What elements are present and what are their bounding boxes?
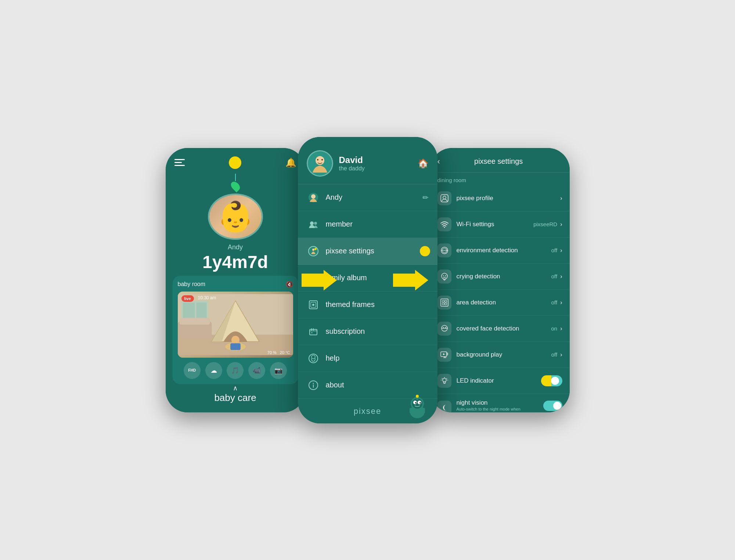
menu-icon-member: [307, 218, 320, 231]
phone-1-baby-room: 🔔 👶 Andy 1y4m7d: [166, 148, 305, 412]
home-icon[interactable]: 🏠: [418, 158, 429, 169]
bell-icon[interactable]: 🔔: [285, 158, 296, 168]
setting-icon-background-play: [437, 348, 451, 362]
svg-rect-67: [445, 303, 447, 305]
svg-rect-63: [441, 299, 448, 306]
menu-icon-subscription: [307, 325, 320, 338]
svg-point-40: [313, 383, 314, 384]
setting-icon-led: [437, 374, 451, 388]
music-btn[interactable]: 🎵: [227, 362, 244, 379]
user-role: the daddy: [339, 165, 365, 172]
svg-point-38: [311, 355, 315, 359]
setting-covered-face[interactable]: covered face detection on ›: [430, 316, 570, 342]
setting-icon-pixsee-profile: [437, 191, 451, 205]
menu-item-member[interactable]: member: [298, 211, 437, 238]
svg-point-71: [445, 327, 446, 328]
menu-item-pixsee-settings[interactable]: pixsee settings: [298, 238, 437, 265]
cloud-btn[interactable]: ☁: [205, 362, 222, 379]
chevron-icon-environment: ›: [560, 247, 562, 254]
arrow-1: [302, 270, 337, 290]
svg-point-75: [443, 378, 446, 382]
svg-point-50: [419, 402, 421, 404]
user-info: David the daddy: [307, 150, 365, 177]
setting-label-area: area detection: [457, 299, 551, 306]
menu-item-subscription[interactable]: subscription: [298, 318, 437, 345]
setting-area-detection[interactable]: area detection off ›: [430, 290, 570, 316]
sun-icon: [228, 155, 242, 170]
p3-header: ‹ pixsee settings: [430, 148, 570, 173]
setting-crying-detection[interactable]: crying detection off ›: [430, 264, 570, 290]
scene: 🔔 👶 Andy 1y4m7d: [0, 0, 735, 560]
menu-icon-andy: [307, 191, 320, 204]
led-toggle-knob: [551, 377, 559, 385]
svg-point-17: [311, 194, 316, 199]
camera-controls: FHD ☁ 🎵 📹 📷: [178, 362, 293, 379]
menu-label-member: member: [326, 220, 353, 228]
sensor-info: 70 % 20 °C: [267, 350, 290, 355]
setting-label-environment: environment detection: [457, 247, 551, 254]
section-label: dining room: [430, 173, 570, 185]
svg-point-34: [311, 332, 312, 333]
back-button[interactable]: ‹: [437, 157, 440, 166]
svg-point-56: [443, 196, 446, 199]
setting-label-night-vision: night vision: [457, 399, 488, 406]
svg-rect-41: [313, 384, 314, 388]
p1-bottom: ∧ baby care: [214, 384, 256, 412]
setting-label-crying: crying detection: [457, 273, 551, 280]
setting-led-indicator[interactable]: LED indicator: [430, 368, 570, 394]
setting-wifi[interactable]: Wi-Fi settings pixseeRD ›: [430, 212, 570, 238]
menu-icon-themed-frames: [307, 298, 320, 311]
menu-item-andy[interactable]: Andy ✏: [298, 184, 437, 211]
photo-btn[interactable]: 📷: [270, 362, 287, 379]
arrow-2: [393, 270, 428, 290]
svg-point-10: [231, 336, 239, 344]
setting-environment-detection[interactable]: environment detection off ›: [430, 238, 570, 264]
setting-pixsee-profile[interactable]: pixsee profile ›: [430, 185, 570, 212]
robot-mascot: [404, 390, 430, 420]
volume-icon[interactable]: 🔇: [286, 281, 293, 288]
svg-rect-74: [447, 353, 448, 355]
svg-rect-65: [445, 300, 447, 302]
svg-rect-6: [179, 318, 210, 324]
setting-sublabel-night-vision: Auto-switch to the night mode when the e…: [457, 407, 523, 412]
p1-topbar: 🔔: [166, 155, 305, 170]
chevron-icon-wifi: ›: [560, 221, 562, 228]
setting-background-play[interactable]: background play off ›: [430, 342, 570, 368]
night-vision-toggle[interactable]: [543, 401, 562, 411]
baby-room-card: baby room 🔇: [173, 276, 298, 384]
led-toggle[interactable]: [541, 375, 562, 386]
fhd-btn[interactable]: FHD: [184, 362, 201, 379]
menu-icon[interactable]: [174, 159, 185, 166]
settings-title: pixsee settings: [446, 157, 551, 166]
svg-point-62: [445, 275, 446, 276]
room-name: baby room: [178, 281, 206, 288]
setting-label-wifi: Wi-Fi settings: [457, 221, 534, 228]
video-btn[interactable]: 📹: [248, 362, 265, 379]
menu-item-themed-frames[interactable]: themed frames: [298, 292, 437, 318]
baby-care-label[interactable]: baby care: [214, 392, 256, 404]
pixsee-logo: pixsee: [354, 407, 382, 416]
user-name: David: [339, 155, 365, 165]
chevron-icon-area: ›: [560, 299, 562, 306]
setting-value-covered-face: on: [551, 325, 557, 332]
setting-label-led: LED indicator: [457, 377, 541, 384]
night-vision-toggle-container: [543, 401, 562, 411]
phones-container: 🔔 👶 Andy 1y4m7d: [166, 137, 570, 423]
settings-list: pixsee profile › Wi-Fi settings pixseeRD…: [430, 185, 570, 412]
baby-avatar: 👶: [208, 194, 263, 240]
chevron-icon-background-play: ›: [560, 351, 562, 358]
user-avatar: [307, 150, 333, 177]
baby-name: Andy: [228, 243, 243, 251]
menu-item-help[interactable]: help: [298, 345, 437, 372]
setting-night-vision[interactable]: night vision Auto-switch to the night mo…: [430, 394, 570, 412]
svg-rect-54: [423, 408, 425, 413]
svg-point-52: [416, 395, 419, 398]
menu-label-andy: Andy: [326, 193, 343, 202]
svg-point-23: [314, 248, 317, 250]
chevron-icon-pixsee-profile: ›: [560, 195, 562, 202]
setting-icon-wifi: [437, 217, 451, 231]
setting-label-background-play: background play: [457, 351, 551, 358]
edit-icon[interactable]: ✏: [422, 193, 429, 202]
svg-point-32: [312, 304, 314, 306]
baby-age: 1y4m7d: [202, 252, 268, 272]
